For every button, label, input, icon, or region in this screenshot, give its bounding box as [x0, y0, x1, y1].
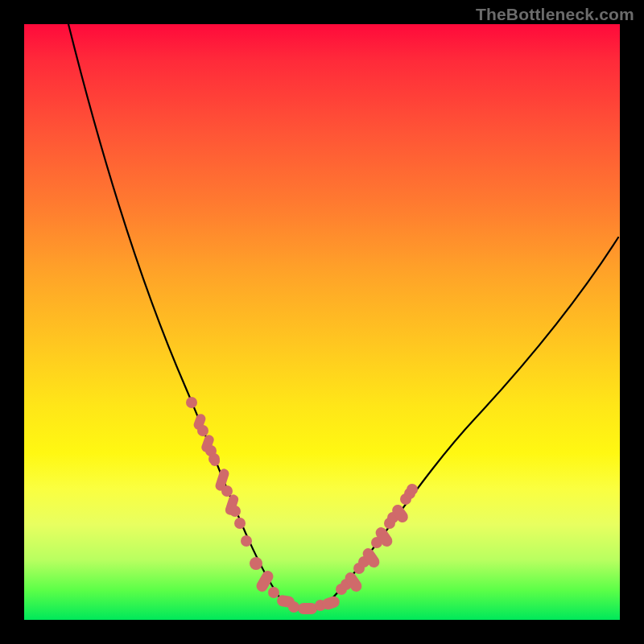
bottleneck-curve [68, 24, 618, 610]
svg-point-12 [241, 535, 252, 547]
svg-point-34 [407, 484, 418, 495]
curve-svg [24, 24, 620, 620]
plot-area [24, 24, 620, 620]
chart-frame: TheBottleneck.com [0, 0, 644, 644]
svg-point-0 [186, 397, 197, 408]
svg-point-2 [197, 425, 208, 436]
svg-point-11 [234, 518, 246, 529]
svg-point-13 [250, 557, 262, 570]
svg-point-15 [268, 587, 279, 598]
svg-point-8 [221, 485, 233, 497]
svg-point-10 [229, 506, 241, 517]
watermark-text: TheBottleneck.com [476, 5, 634, 24]
svg-rect-18 [298, 603, 317, 614]
svg-point-17 [288, 601, 299, 613]
highlight-dots [186, 397, 418, 614]
svg-point-6 [210, 456, 220, 466]
